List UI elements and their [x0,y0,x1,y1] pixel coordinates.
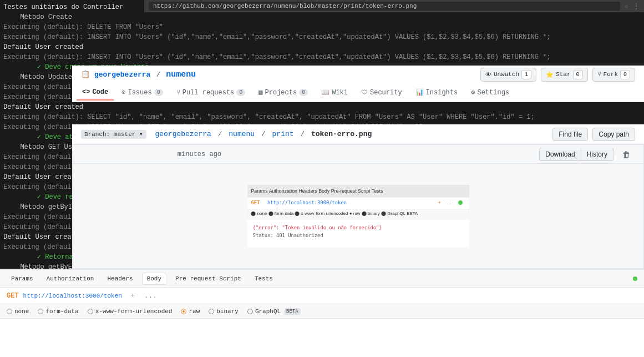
none-option[interactable]: none [7,308,29,315]
svg-text:...: ... [447,200,451,205]
http-method: GET [7,292,19,300]
star-label: Star [556,71,570,78]
postman-tabs-bar: Params Authorization Headers Body Pre-re… [0,270,644,288]
status-dot [633,276,637,281]
fork-label: Fork [604,71,618,78]
tab-body[interactable]: Body [142,273,166,285]
breadcrumb-filename: token-erro.png [311,130,372,138]
request-url: http://localhost:3000/token [23,293,122,299]
tab-security[interactable]: 🛡 Security [356,85,408,100]
unwatch-label: Unwatch [494,71,519,78]
tab-issues[interactable]: ⊙ Issues 0 [116,85,168,100]
star-icon: ⭐ [546,71,554,78]
menu-icon[interactable]: ⋮ [633,2,640,11]
raw-option[interactable]: raw [181,308,200,315]
repo-actions: 👁 Unwatch 1 ⭐ Star 0 ⑂ Fork 0 [480,68,635,82]
repo-nav: <> Code ⊙ Issues 0 ⑂ Pull requests 0 ▦ P… [72,83,644,102]
history-button[interactable]: History [581,148,613,161]
tab-code[interactable]: <> Code [77,85,114,100]
repo-header: 📋 georgebezerra / numenu 👁 Unwatch 1 ⭐ S… [72,66,644,83]
code-icon: <> [82,88,90,96]
form-data-option[interactable]: form-data [38,308,78,315]
fork-icon: ⑂ [597,71,601,78]
tab-insights[interactable]: 📊 Insights [410,85,464,100]
eye-icon: 👁 [485,71,491,78]
pr-badge: 0 [236,89,245,96]
file-meta-bar: minutes ago Download History 🗑 [72,144,644,163]
pr-icon: ⑂ [176,89,180,97]
tab-projects[interactable]: ▦ Projects 0 [253,85,313,100]
svg-text:⬤ none  ⬤ form-data  ⬤ x-www-f: ⬤ none ⬤ form-data ⬤ x-www-form-urlencod… [251,211,418,216]
body-options-bar: none form-data x-www-form-urlencoded raw… [0,304,644,319]
unwatch-count: 1 [521,70,531,79]
tab-params[interactable]: Params [7,273,38,284]
breadcrumb-owner[interactable]: georgebezerra [155,130,211,138]
tab-pre-request-script[interactable]: Pre-request Script [171,273,246,284]
breadcrumb: Branch: master ▾ georgebezerra / numenu … [81,130,552,138]
svg-text:Params Authorization Headers B: Params Authorization Headers Body Pre-re… [251,188,383,194]
tab-tests[interactable]: Tests [250,273,277,284]
svg-text:Status: 401 Unauthorized: Status: 401 Unauthorized [252,233,323,238]
binary-option[interactable]: binary [209,308,239,315]
tab-authorization[interactable]: Authorization [42,273,99,284]
trash-button[interactable]: 🗑 [618,148,635,161]
breadcrumb-bar: Branch: master ▾ georgebezerra / numenu … [72,124,644,144]
postman-panel: Params Authorization Headers Body Pre-re… [0,269,644,357]
wiki-icon: 📖 [321,88,329,97]
star-count: 0 [573,70,583,79]
file-content-area: Params Authorization Headers Body Pre-re… [72,163,644,269]
fork-count: 0 [620,70,630,79]
repo-title: 📋 georgebezerra / numenu [81,70,196,79]
more-options-icon[interactable]: ... [144,291,157,300]
repo-icon: 📋 [81,70,90,79]
urlencoded-option[interactable]: x-www-form-urlencoded [88,308,173,315]
star-button[interactable]: ⭐ Star 0 [541,68,587,82]
url-text: https://github.com/georgebezerra/numenu/… [153,3,417,9]
breadcrumb-dir[interactable]: print [272,130,294,138]
unwatch-button[interactable]: 👁 Unwatch 1 [480,68,536,82]
svg-text:{"error": "Token inválido ou n: {"error": "Token inválido ou não forneci… [252,225,382,230]
raw-radio[interactable] [181,309,186,314]
fork-button[interactable]: ⑂ Fork 0 [592,68,635,82]
none-radio[interactable] [7,309,12,314]
projects-badge: 0 [299,89,308,96]
browser-bar[interactable]: https://github.com/georgebezerra/numenu/… [144,0,644,12]
svg-text:http://localhost:3000/token: http://localhost:3000/token [267,200,347,205]
beta-badge: BETA [284,308,301,315]
token-error-image: Params Authorization Headers Body Pre-re… [73,164,643,268]
find-file-button[interactable]: Find file [552,128,588,141]
add-icon[interactable]: + [131,291,135,300]
repo-name[interactable]: numenu [166,70,196,79]
tab-settings[interactable]: ⚙ Settings [465,85,515,100]
breadcrumb-repo[interactable]: numenu [229,130,255,138]
download-button[interactable]: Download [539,148,581,161]
insights-icon: 📊 [415,88,424,97]
issues-icon: ⊙ [121,88,125,97]
svg-point-8 [458,200,463,205]
svg-text:+: + [438,200,441,205]
tab-headers[interactable]: Headers [103,273,137,284]
tab-wiki[interactable]: 📖 Wiki [316,85,353,100]
security-icon: 🛡 [361,88,368,97]
graphql-option[interactable]: GraphQL BETA [247,308,301,315]
graphql-radio[interactable] [247,309,253,314]
binary-radio[interactable] [209,309,214,314]
repo-owner[interactable]: georgebezerra [94,71,150,79]
projects-icon: ▦ [258,88,262,97]
form-data-radio[interactable] [38,309,43,314]
issues-badge: 0 [154,89,163,96]
svg-text:GET: GET [251,200,260,205]
postman-url-bar: GET http://localhost:3000/token + ... [0,288,644,304]
repo-slash: / [156,71,160,79]
star-icon[interactable]: ☆ [625,2,628,11]
tab-pull-requests[interactable]: ⑂ Pull requests 0 [171,86,251,100]
url-bar[interactable]: https://github.com/georgebezerra/numenu/… [149,2,620,11]
status-indicator [633,276,637,281]
settings-icon: ⚙ [471,88,475,97]
file-meta-text: minutes ago [82,150,539,158]
branch-selector[interactable]: Branch: master ▾ [81,130,146,139]
copy-path-button[interactable]: Copy path [592,128,635,141]
urlencoded-radio[interactable] [88,309,93,314]
